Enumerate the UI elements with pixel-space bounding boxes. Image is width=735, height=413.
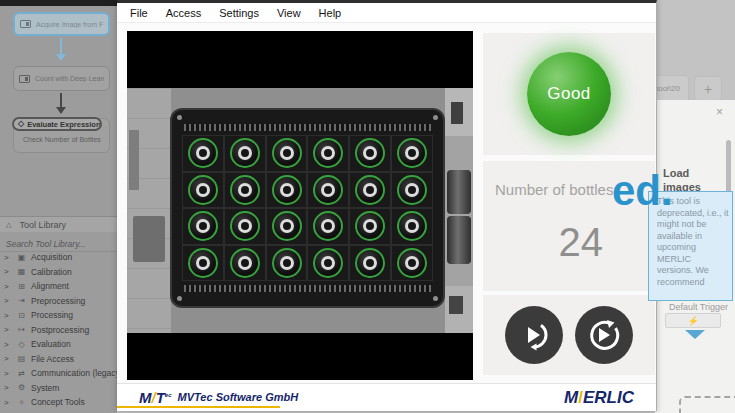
chevron-right-icon[interactable]: > bbox=[4, 340, 12, 349]
detected-bottle bbox=[230, 175, 260, 205]
execution-panel bbox=[483, 295, 655, 375]
run-continuous-button[interactable] bbox=[575, 306, 633, 364]
conveyor-left bbox=[127, 88, 171, 333]
chevron-right-icon[interactable]: > bbox=[4, 267, 12, 276]
arrow-out-icon: ↦ bbox=[16, 325, 27, 334]
default-trigger-label: Default Trigger bbox=[669, 302, 731, 312]
tool-library-header[interactable]: △ Tool Library bbox=[0, 216, 117, 232]
library-item-communication-legacy-[interactable]: >⇄Communication (legacy) bbox=[0, 366, 117, 381]
library-item-label: Concept Tools bbox=[31, 397, 85, 407]
library-item-label: Calibration bbox=[31, 267, 72, 277]
logo-letter: M bbox=[564, 388, 578, 407]
library-item-processing[interactable]: >⊡Processing bbox=[0, 308, 117, 323]
conveyor-machinery bbox=[445, 286, 473, 333]
library-item-evaluation[interactable]: >◇Evaluation bbox=[0, 337, 117, 352]
crate-cell bbox=[307, 172, 349, 209]
chevron-right-icon[interactable]: > bbox=[4, 354, 12, 363]
flow-step-acquire-image[interactable]: Acquire Image from File bbox=[13, 12, 110, 36]
menu-settings[interactable]: Settings bbox=[210, 7, 268, 19]
library-item-postprocessing[interactable]: >↦Postprocessing bbox=[0, 323, 117, 338]
document-icon: ▤ bbox=[16, 354, 27, 363]
library-item-label: Postprocessing bbox=[31, 325, 89, 335]
crate-cell bbox=[391, 172, 433, 209]
flow-step-count-deep-learning[interactable]: Count with Deep Learning bbox=[13, 66, 110, 91]
chevron-right-icon[interactable]: > bbox=[4, 282, 12, 291]
menu-access[interactable]: Access bbox=[157, 7, 210, 19]
chevron-right-icon[interactable]: > bbox=[4, 369, 12, 378]
sidebar-top-strip bbox=[0, 0, 117, 6]
detected-bottle bbox=[188, 175, 218, 205]
detected-bottle bbox=[188, 248, 218, 278]
close-icon[interactable]: × bbox=[716, 105, 723, 119]
detected-bottle bbox=[230, 248, 260, 278]
flow-step-label: Count with Deep Learning bbox=[35, 75, 104, 82]
play-loop-icon bbox=[587, 318, 621, 352]
crate-corner bbox=[433, 115, 438, 120]
tool-library-list: >▣Acquisition>▦Calibration>⊞Alignment>⇥P… bbox=[0, 250, 117, 410]
exchange-icon: ⇄ bbox=[16, 369, 27, 378]
oversized-text-artifact: ed. bbox=[612, 170, 673, 212]
chevron-right-icon[interactable]: > bbox=[4, 383, 12, 392]
menu-help[interactable]: Help bbox=[310, 7, 351, 19]
crate-cell bbox=[182, 208, 224, 245]
library-item-label: Processing bbox=[31, 310, 73, 320]
conveyor-roller bbox=[447, 216, 471, 264]
chevron-right-icon[interactable]: > bbox=[4, 311, 12, 320]
chevron-right-icon[interactable]: > bbox=[4, 398, 12, 407]
tool-library-title: Tool Library bbox=[19, 220, 66, 230]
library-item-calibration[interactable]: >▦Calibration bbox=[0, 265, 117, 280]
trigger-input[interactable]: ⚡ bbox=[665, 313, 721, 328]
bottle-crate bbox=[170, 108, 445, 308]
flow-arrow-dark bbox=[60, 93, 62, 113]
crate-cell bbox=[182, 172, 224, 209]
crate-cell bbox=[266, 208, 308, 245]
detected-bottle bbox=[272, 211, 302, 241]
evaluate-expression-header[interactable]: ◇ Evaluate Expression bbox=[12, 117, 102, 131]
logo-letter: M bbox=[139, 389, 152, 406]
detected-bottle bbox=[355, 175, 385, 205]
crate-cell bbox=[224, 172, 266, 209]
library-item-system[interactable]: >⚙System bbox=[0, 381, 117, 396]
chevron-right-icon[interactable]: > bbox=[4, 325, 12, 334]
play-once-icon bbox=[517, 318, 551, 352]
library-item-label: Communication (legacy) bbox=[31, 368, 117, 378]
detected-bottle bbox=[313, 211, 343, 241]
conveyor-detail bbox=[133, 216, 165, 262]
library-item-alignment[interactable]: >⊞Alignment bbox=[0, 279, 117, 294]
flow-arrow-blue bbox=[60, 38, 62, 60]
tool-flow-sidebar: Acquire Image from File Count with Deep … bbox=[0, 0, 117, 413]
bottle-grid bbox=[182, 135, 433, 281]
library-item-file-access[interactable]: >▤File Access bbox=[0, 352, 117, 367]
crate-corner bbox=[177, 296, 182, 301]
detected-bottle bbox=[230, 138, 260, 168]
crate-cell bbox=[349, 208, 391, 245]
library-item-preprocessing[interactable]: >⇥Preprocessing bbox=[0, 294, 117, 309]
detected-bottle bbox=[272, 175, 302, 205]
library-item-concept-tools[interactable]: >✧Concept Tools bbox=[0, 395, 117, 410]
bulb-icon: ✧ bbox=[16, 398, 27, 407]
crate-cell bbox=[224, 208, 266, 245]
crate-cell bbox=[349, 135, 391, 172]
detected-bottle bbox=[188, 211, 218, 241]
menu-file[interactable]: File bbox=[121, 7, 157, 19]
crate-corner bbox=[177, 115, 182, 120]
chevron-right-icon[interactable]: > bbox=[4, 253, 12, 262]
menu-view[interactable]: View bbox=[268, 7, 310, 19]
library-item-acquisition[interactable]: >▣Acquisition bbox=[0, 250, 117, 265]
library-item-label: Evaluation bbox=[31, 339, 71, 349]
run-once-button[interactable] bbox=[505, 306, 563, 364]
crate-cell bbox=[266, 172, 308, 209]
flow-step-evaluate-expression[interactable]: ◇ Evaluate Expression Check Number of Bo… bbox=[13, 118, 110, 153]
library-item-label: File Access bbox=[31, 354, 74, 364]
chevron-right-icon[interactable]: > bbox=[4, 296, 12, 305]
company-name: MVTec Software GmbH bbox=[178, 391, 299, 403]
crate-cell bbox=[391, 135, 433, 172]
diamond-icon: ◇ bbox=[16, 340, 27, 349]
conveyor-roller bbox=[447, 170, 471, 214]
chevron-down-icon[interactable] bbox=[685, 330, 705, 339]
detected-bottle bbox=[272, 138, 302, 168]
detected-bottle bbox=[397, 138, 427, 168]
logo-letter: T bbox=[156, 389, 165, 406]
collapse-triangle-icon: △ bbox=[6, 221, 11, 229]
add-tab-button[interactable]: + bbox=[694, 76, 722, 101]
